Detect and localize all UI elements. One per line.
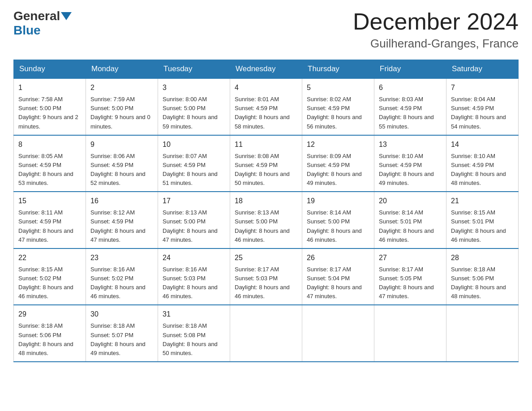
day-number: 19: [307, 196, 369, 206]
calendar-cell: 13Sunrise: 8:10 AMSunset: 4:59 PMDayligh…: [374, 135, 446, 192]
weekday-header-wednesday: Wednesday: [230, 60, 302, 79]
calendar-cell: 3Sunrise: 8:00 AMSunset: 5:00 PMDaylight…: [158, 78, 230, 135]
calendar-cell: 4Sunrise: 8:01 AMSunset: 4:59 PMDaylight…: [230, 78, 302, 135]
day-info: Sunrise: 8:18 AMSunset: 5:06 PMDaylight:…: [451, 266, 506, 300]
day-number: 24: [163, 253, 225, 263]
day-info: Sunrise: 8:10 AMSunset: 4:59 PMDaylight:…: [379, 153, 434, 186]
day-info: Sunrise: 8:04 AMSunset: 4:59 PMDaylight:…: [451, 96, 506, 129]
day-info: Sunrise: 8:11 AMSunset: 4:59 PMDaylight:…: [18, 209, 73, 243]
logo-general-text: General: [13, 9, 60, 23]
calendar-week-4: 22Sunrise: 8:15 AMSunset: 5:02 PMDayligh…: [14, 248, 519, 305]
day-number: 23: [90, 253, 153, 263]
calendar-cell: 6Sunrise: 8:03 AMSunset: 4:59 PMDaylight…: [374, 78, 446, 135]
calendar-cell: 25Sunrise: 8:17 AMSunset: 5:03 PMDayligh…: [230, 248, 302, 305]
day-number: 26: [307, 253, 369, 263]
calendar-cell: [374, 305, 446, 362]
day-info: Sunrise: 8:00 AMSunset: 5:00 PMDaylight:…: [163, 96, 218, 129]
day-number: 18: [235, 196, 297, 206]
calendar-cell: 1Sunrise: 7:58 AMSunset: 5:00 PMDaylight…: [14, 78, 86, 135]
calendar-cell: 2Sunrise: 7:59 AMSunset: 5:00 PMDaylight…: [86, 78, 158, 135]
day-info: Sunrise: 8:06 AMSunset: 4:59 PMDaylight:…: [90, 153, 146, 186]
day-info: Sunrise: 8:02 AMSunset: 4:59 PMDaylight:…: [307, 96, 362, 129]
calendar-cell: 29Sunrise: 8:18 AMSunset: 5:06 PMDayligh…: [14, 305, 86, 362]
day-number: 9: [90, 139, 153, 150]
calendar-cell: 9Sunrise: 8:06 AMSunset: 4:59 PMDaylight…: [86, 135, 158, 192]
weekday-header-tuesday: Tuesday: [158, 60, 230, 79]
calendar-cell: 16Sunrise: 8:12 AMSunset: 4:59 PMDayligh…: [86, 192, 158, 248]
day-number: 22: [18, 253, 81, 263]
day-info: Sunrise: 8:18 AMSunset: 5:06 PMDaylight:…: [18, 322, 73, 356]
day-number: 4: [235, 82, 297, 93]
calendar-cell: 24Sunrise: 8:16 AMSunset: 5:03 PMDayligh…: [158, 248, 230, 305]
calendar-cell: 15Sunrise: 8:11 AMSunset: 4:59 PMDayligh…: [14, 192, 86, 248]
day-number: 16: [90, 196, 153, 206]
logo-triangle-icon: [61, 12, 72, 20]
calendar-table: SundayMondayTuesdayWednesdayThursdayFrid…: [13, 60, 519, 362]
day-info: Sunrise: 8:16 AMSunset: 5:02 PMDaylight:…: [90, 266, 146, 300]
calendar-cell: 20Sunrise: 8:14 AMSunset: 5:01 PMDayligh…: [374, 192, 446, 248]
calendar-cell: 31Sunrise: 8:18 AMSunset: 5:08 PMDayligh…: [158, 305, 230, 362]
weekday-header-friday: Friday: [374, 60, 446, 79]
calendar-cell: 14Sunrise: 8:10 AMSunset: 4:59 PMDayligh…: [446, 135, 519, 192]
calendar-cell: 27Sunrise: 8:17 AMSunset: 5:05 PMDayligh…: [374, 248, 446, 305]
calendar-cell: 26Sunrise: 8:17 AMSunset: 5:04 PMDayligh…: [302, 248, 374, 305]
weekday-header-sunday: Sunday: [14, 60, 86, 79]
day-info: Sunrise: 8:10 AMSunset: 4:59 PMDaylight:…: [451, 153, 506, 186]
location-title: Guilherand-Granges, France: [353, 37, 519, 51]
day-number: 29: [18, 309, 81, 320]
day-number: 6: [379, 82, 442, 93]
calendar-cell: [230, 305, 302, 362]
weekday-header-saturday: Saturday: [446, 60, 519, 79]
weekday-header-row: SundayMondayTuesdayWednesdayThursdayFrid…: [14, 60, 519, 79]
day-number: 3: [163, 82, 225, 93]
logo: General Blue: [13, 9, 73, 38]
day-number: 12: [307, 139, 369, 150]
day-info: Sunrise: 7:59 AMSunset: 5:00 PMDaylight:…: [90, 96, 150, 129]
day-info: Sunrise: 8:18 AMSunset: 5:08 PMDaylight:…: [163, 322, 218, 356]
day-info: Sunrise: 8:17 AMSunset: 5:03 PMDaylight:…: [235, 266, 290, 300]
day-info: Sunrise: 8:14 AMSunset: 5:00 PMDaylight:…: [307, 209, 362, 243]
day-number: 10: [163, 139, 225, 150]
day-number: 31: [163, 309, 225, 320]
month-title: December 2024: [353, 9, 519, 34]
day-info: Sunrise: 8:15 AMSunset: 5:02 PMDaylight:…: [18, 266, 73, 300]
day-number: 20: [379, 196, 442, 206]
calendar-week-5: 29Sunrise: 8:18 AMSunset: 5:06 PMDayligh…: [14, 305, 519, 362]
calendar-cell: 12Sunrise: 8:09 AMSunset: 4:59 PMDayligh…: [302, 135, 374, 192]
logo-blue-text: Blue: [13, 23, 41, 37]
calendar-cell: 5Sunrise: 8:02 AMSunset: 4:59 PMDaylight…: [302, 78, 374, 135]
day-number: 15: [18, 196, 81, 206]
day-info: Sunrise: 8:01 AMSunset: 4:59 PMDaylight:…: [235, 96, 290, 129]
day-info: Sunrise: 8:08 AMSunset: 4:59 PMDaylight:…: [235, 153, 290, 186]
day-info: Sunrise: 8:13 AMSunset: 5:00 PMDaylight:…: [163, 209, 218, 243]
day-number: 28: [451, 253, 514, 263]
day-number: 2: [90, 82, 153, 93]
day-info: Sunrise: 8:05 AMSunset: 4:59 PMDaylight:…: [18, 153, 73, 186]
day-number: 14: [451, 139, 514, 150]
day-number: 27: [379, 253, 442, 263]
weekday-header-thursday: Thursday: [302, 60, 374, 79]
day-number: 17: [163, 196, 225, 206]
calendar-cell: 10Sunrise: 8:07 AMSunset: 4:59 PMDayligh…: [158, 135, 230, 192]
day-info: Sunrise: 8:03 AMSunset: 4:59 PMDaylight:…: [379, 96, 434, 129]
calendar-cell: 11Sunrise: 8:08 AMSunset: 4:59 PMDayligh…: [230, 135, 302, 192]
calendar-cell: 7Sunrise: 8:04 AMSunset: 4:59 PMDaylight…: [446, 78, 519, 135]
calendar-cell: 8Sunrise: 8:05 AMSunset: 4:59 PMDaylight…: [14, 135, 86, 192]
calendar-week-3: 15Sunrise: 8:11 AMSunset: 4:59 PMDayligh…: [14, 192, 519, 248]
day-number: 7: [451, 82, 514, 93]
day-info: Sunrise: 8:12 AMSunset: 4:59 PMDaylight:…: [90, 209, 146, 243]
page-header: General Blue December 2024 Guilherand-Gr…: [13, 9, 519, 51]
day-info: Sunrise: 8:07 AMSunset: 4:59 PMDaylight:…: [163, 153, 218, 186]
day-number: 1: [18, 82, 81, 93]
calendar-cell: [302, 305, 374, 362]
day-info: Sunrise: 8:13 AMSunset: 5:00 PMDaylight:…: [235, 209, 290, 243]
calendar-cell: 23Sunrise: 8:16 AMSunset: 5:02 PMDayligh…: [86, 248, 158, 305]
calendar-week-2: 8Sunrise: 8:05 AMSunset: 4:59 PMDaylight…: [14, 135, 519, 192]
calendar-cell: 22Sunrise: 8:15 AMSunset: 5:02 PMDayligh…: [14, 248, 86, 305]
day-info: Sunrise: 7:58 AMSunset: 5:00 PMDaylight:…: [18, 96, 78, 129]
weekday-header-monday: Monday: [86, 60, 158, 79]
day-number: 13: [379, 139, 442, 150]
day-info: Sunrise: 8:14 AMSunset: 5:01 PMDaylight:…: [379, 209, 434, 243]
day-info: Sunrise: 8:09 AMSunset: 4:59 PMDaylight:…: [307, 153, 362, 186]
calendar-week-1: 1Sunrise: 7:58 AMSunset: 5:00 PMDaylight…: [14, 78, 519, 135]
